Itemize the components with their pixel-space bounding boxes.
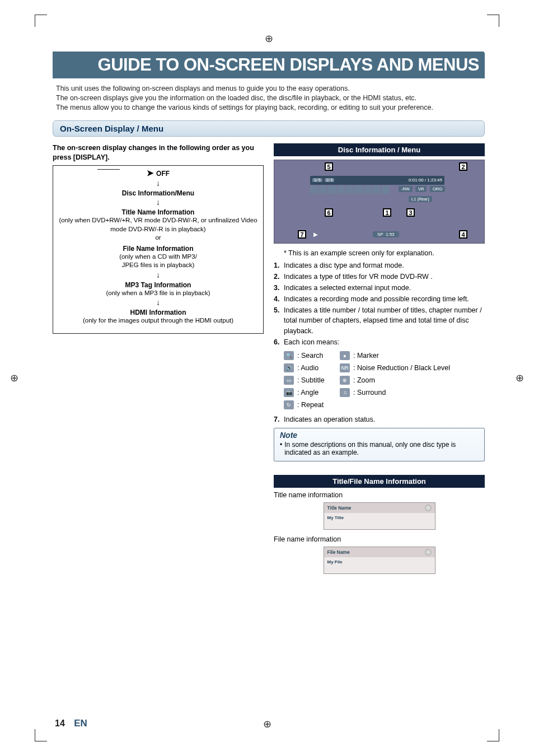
icon-legend: 🔍 : Search ∎ : Marker 🔊 : Audio NR : Noi…: [284, 349, 485, 411]
title-name-preview: Title Name My Title: [324, 502, 435, 530]
step-mp3-tag: MP3 Tag Information: [57, 281, 260, 289]
page-number: 14: [55, 718, 65, 728]
osd-icon-row: [310, 186, 394, 194]
step-hdmi-note: (only for the images output through the …: [57, 316, 260, 325]
icon-label-audio: : Audio: [297, 364, 336, 372]
icon-label-repeat: : Repeat: [297, 401, 324, 409]
zoom-icon: ⊕: [340, 376, 350, 385]
arrow-down-icon: ↓: [57, 198, 260, 206]
audio-icon: 🔊: [284, 363, 294, 372]
title-file-header: Title/File Name Information: [274, 475, 485, 488]
callout-3: 3: [406, 208, 415, 217]
surround-icon: ♫: [340, 388, 350, 397]
page-footer: 14 EN: [55, 718, 87, 729]
callout-7: 7: [298, 230, 306, 239]
icon-label-marker: : Marker: [353, 352, 379, 360]
osd-rw-tag: -RW: [399, 186, 413, 192]
display-cycle-diagram: ➤ OFF ↓ Disc Information/Menu ↓ Title Na…: [53, 165, 264, 334]
osd-sp-tag: SP 1:53: [373, 231, 399, 237]
disc-icon: [425, 505, 432, 511]
item-6: Each icon means:: [284, 337, 339, 347]
callout-2: 2: [459, 162, 467, 171]
disc-icon: [425, 549, 432, 556]
icon-label-zoom: : Zoom: [353, 376, 375, 384]
file-name-preview: File Name My File: [324, 547, 435, 574]
note-body: In some descriptions on this manual, onl…: [284, 441, 479, 456]
step-file-note: JPEG files is in playback): [57, 261, 260, 270]
step-or: or: [57, 234, 260, 242]
step-disc-info: Disc Information/Menu: [57, 189, 260, 197]
osd-chapter-counter: 1/ 5: [325, 178, 335, 182]
note-title: Note: [280, 431, 479, 440]
osd-title-counter: 1/ 5: [312, 178, 322, 182]
osd-top-bar: 1/ 5 1/ 5 0:01:00 / 1:23:45: [310, 176, 444, 185]
preview-value: My Title: [324, 513, 435, 529]
arrow-down-icon: ↓: [57, 271, 260, 279]
item-7: Indicates an operation status.: [284, 414, 375, 424]
preview-header: File Name: [327, 549, 350, 555]
step-mp3-note: (only when a MP3 file is in playback): [57, 289, 260, 298]
step-off: OFF: [156, 170, 170, 178]
osd-input-tag: L1 (Rear): [409, 196, 432, 202]
intro-line: This unit uses the following on-screen d…: [56, 84, 485, 94]
section-heading: On-Screen Display / Menu: [53, 120, 485, 137]
arrow-down-icon: ↓: [57, 298, 260, 306]
step-file-note: (only when a CD with MP3/: [57, 253, 260, 262]
angle-icon: 📷: [284, 388, 294, 397]
registration-mark-right: ⊕: [516, 372, 524, 384]
osd-vr-tag: VR: [415, 186, 427, 192]
disc-info-header: Disc Information / Menu: [274, 143, 485, 156]
arrow-down-icon: ↓: [57, 179, 260, 187]
item-4: Indicates a recording mode and possible …: [284, 294, 469, 304]
play-icon: ▶: [313, 231, 318, 237]
title-name-caption: Title name information: [274, 491, 485, 499]
search-icon: 🔍: [284, 351, 294, 360]
step-title-note: (only when DVD+RW/+R, VR mode DVD-RW/-R,…: [57, 216, 260, 234]
callout-explanations-7: 7.Indicates an operation status.: [274, 414, 485, 424]
item-3: Indicates a selected external input mode…: [284, 283, 411, 293]
page-lang: EN: [74, 718, 87, 729]
callout-1: 1: [383, 208, 391, 217]
step-title-info: Title Name Information: [57, 208, 260, 216]
icon-label-search: : Search: [297, 352, 336, 360]
nr-icon: NR: [340, 363, 350, 372]
icon-label-subtitle: : Subtitle: [297, 376, 336, 384]
callout-4: 4: [459, 230, 467, 239]
icon-label-surround: : Surround: [353, 389, 386, 396]
note-block: Note • In some descriptions on this manu…: [274, 428, 485, 461]
registration-mark-left: ⊕: [10, 372, 18, 384]
icon-label-angle: : Angle: [297, 389, 336, 396]
callout-explanations: * This is an example screen only for exp…: [274, 248, 485, 347]
icon-label-nr: : Noise Reduction / Black Level: [353, 364, 450, 372]
osd-example-diagram: 1/ 5 1/ 5 0:01:00 / 1:23:45 -RW VR ORG L…: [274, 160, 485, 244]
intro-line: The on-screen displays give you the info…: [56, 94, 485, 103]
callout-5: 5: [325, 162, 333, 171]
item-1: Indicates a disc type and format mode.: [284, 260, 404, 270]
callout-6: 6: [325, 208, 333, 217]
page-title: GUIDE TO ON-SCREEN DISPLAYS AND MENUS: [53, 52, 485, 78]
asterisk-note: * This is an example screen only for exp…: [284, 248, 485, 258]
registration-mark-top: ⊕: [53, 32, 485, 45]
registration-mark-bottom: ⊕: [38, 718, 496, 730]
step-hdmi: HDMI Information: [57, 309, 260, 316]
intro-text: This unit uses the following on-screen d…: [56, 84, 485, 113]
item-2: Indicates a type of titles for VR mode D…: [284, 272, 433, 282]
repeat-icon: ↻: [284, 400, 294, 409]
preview-value: My File: [324, 557, 435, 573]
osd-org-tag: ORG: [430, 186, 445, 192]
marker-icon: ∎: [340, 351, 350, 360]
subtitle-icon: ▭: [284, 376, 294, 385]
display-cycle-lead: The on-screen display changes in the fol…: [53, 143, 264, 162]
file-name-caption: File name information: [274, 535, 485, 543]
item-5: Indicates a title number / total number …: [284, 305, 485, 335]
preview-header: Title Name: [327, 505, 352, 511]
step-file-info: File Name Information: [57, 245, 260, 253]
intro-line: The menus allow you to change the variou…: [56, 103, 485, 113]
osd-time: 0:01:00 / 1:23:45: [409, 178, 442, 183]
